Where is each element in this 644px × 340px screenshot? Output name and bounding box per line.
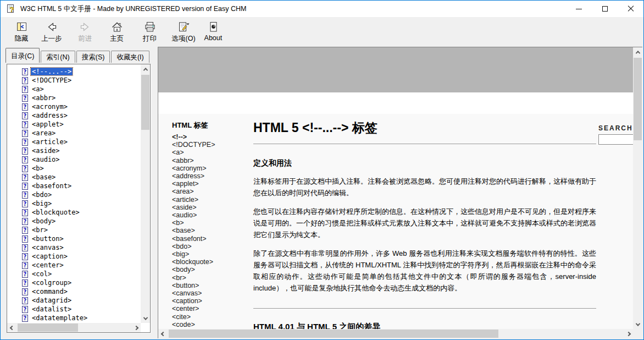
tag-link[interactable]: <!--> bbox=[172, 133, 249, 141]
tag-link[interactable]: <applet> bbox=[172, 180, 249, 188]
help-page-icon bbox=[22, 165, 28, 172]
tag-link[interactable]: <canvas> bbox=[172, 289, 249, 297]
tag-link[interactable]: <bdo> bbox=[172, 243, 249, 250]
chevron-down-icon bbox=[635, 321, 640, 326]
tree-item[interactable]: <canvas> bbox=[7, 243, 141, 252]
tree-item[interactable]: <br> bbox=[7, 226, 141, 234]
home-button[interactable]: 主页 bbox=[105, 19, 129, 45]
tag-link[interactable]: <a> bbox=[172, 149, 249, 156]
close-icon bbox=[628, 6, 634, 12]
panel-splitter[interactable] bbox=[153, 47, 158, 338]
tag-link[interactable]: <caption> bbox=[172, 297, 249, 305]
tree-item[interactable]: <basefont> bbox=[7, 182, 141, 190]
minimize-button[interactable] bbox=[566, 1, 592, 17]
tree-item[interactable]: <!DOCTYPE> bbox=[7, 76, 141, 85]
hide-button[interactable]: 隐藏 bbox=[9, 19, 34, 45]
tree-horizontal-scrollbar[interactable] bbox=[7, 323, 141, 332]
content-vertical-scrollbar[interactable] bbox=[633, 47, 642, 329]
tag-link[interactable]: <big> bbox=[172, 250, 249, 258]
tree-item[interactable]: <button> bbox=[7, 234, 141, 243]
home-button-label: 主页 bbox=[110, 34, 124, 43]
close-button[interactable] bbox=[618, 1, 643, 17]
tag-link[interactable]: <code> bbox=[172, 321, 249, 328]
content-nav-list: <!--><!DOCTYPE><a><abbr><acronym><addres… bbox=[172, 133, 249, 328]
tree-item[interactable]: <!--...--> bbox=[7, 67, 141, 76]
chevron-up-icon bbox=[635, 51, 640, 55]
tag-link[interactable]: <abbr> bbox=[172, 157, 249, 164]
tree-item[interactable]: <command> bbox=[7, 287, 141, 296]
scroll-thumb[interactable] bbox=[141, 75, 149, 130]
tab-index[interactable]: 索引(N) bbox=[41, 51, 75, 63]
scroll-right-button[interactable] bbox=[131, 323, 141, 332]
tree-item[interactable]: <bdo> bbox=[7, 190, 141, 199]
tag-link[interactable]: <base> bbox=[172, 227, 249, 234]
tree-item[interactable]: <b> bbox=[7, 164, 141, 173]
tag-link[interactable]: <aside> bbox=[172, 204, 249, 211]
chevron-down-icon bbox=[143, 315, 147, 320]
tree-item[interactable]: <col> bbox=[7, 270, 141, 278]
tab-favorites[interactable]: 收藏夹(I) bbox=[111, 51, 149, 63]
content-horizontal-scrollbar[interactable] bbox=[158, 329, 633, 338]
paragraph: 您也可以在注释内容存储针对程序所定制的信息。在这种情况下，这些信息对用户是不可见… bbox=[253, 206, 596, 240]
help-viewer-window: ? W3C HTML 5 中文手册 - Made by UNREGISTERED… bbox=[0, 0, 644, 340]
options-button[interactable]: 选项(O) bbox=[169, 19, 199, 45]
tree-vertical-scrollbar[interactable] bbox=[141, 64, 150, 323]
scroll-thumb[interactable] bbox=[18, 323, 78, 332]
tag-link[interactable]: <center> bbox=[172, 305, 249, 312]
tree-item[interactable]: <datalist> bbox=[7, 305, 141, 314]
tree-item[interactable]: <center> bbox=[7, 261, 141, 270]
tree-item[interactable]: <big> bbox=[7, 199, 141, 208]
tag-link[interactable]: <audio> bbox=[172, 211, 249, 219]
chevron-right-icon bbox=[134, 325, 138, 330]
tag-link[interactable]: <area> bbox=[172, 188, 249, 195]
forward-arrow-icon bbox=[79, 20, 92, 34]
scroll-right-button[interactable] bbox=[624, 329, 633, 338]
tag-link[interactable]: <body> bbox=[172, 266, 249, 273]
scroll-thumb[interactable] bbox=[634, 58, 642, 140]
help-page-icon bbox=[22, 183, 28, 190]
tag-link[interactable]: <button> bbox=[172, 282, 249, 289]
tag-link[interactable]: <article> bbox=[172, 196, 249, 204]
tree-item[interactable]: <datatemplate> bbox=[7, 314, 141, 322]
scroll-left-button[interactable] bbox=[158, 329, 168, 338]
back-button[interactable]: 上一步 bbox=[38, 19, 65, 45]
scroll-up-button[interactable] bbox=[141, 64, 150, 74]
scroll-down-button[interactable] bbox=[633, 320, 642, 329]
help-page-icon bbox=[22, 209, 28, 216]
search-input[interactable] bbox=[598, 134, 633, 145]
tag-link[interactable]: <basefont> bbox=[172, 235, 249, 243]
tree-item[interactable]: <aside> bbox=[7, 146, 141, 155]
tree-item[interactable]: <colgroup> bbox=[7, 278, 141, 287]
tab-contents[interactable]: 目录(C) bbox=[5, 48, 40, 63]
tree-item[interactable]: <article> bbox=[7, 138, 141, 146]
tag-link[interactable]: <br> bbox=[172, 274, 249, 282]
scroll-thumb[interactable] bbox=[169, 330, 498, 338]
about-button[interactable]: About bbox=[201, 19, 226, 43]
tag-link[interactable]: <acronym> bbox=[172, 164, 249, 172]
scroll-down-button[interactable] bbox=[141, 314, 150, 323]
tag-link[interactable]: <address> bbox=[172, 172, 249, 180]
maximize-button[interactable] bbox=[592, 1, 618, 17]
tree-item[interactable]: <address> bbox=[7, 111, 141, 120]
tab-search[interactable]: 搜索(S) bbox=[76, 51, 110, 63]
tag-link[interactable]: <!DOCTYPE> bbox=[172, 141, 249, 149]
print-button[interactable]: 打印 bbox=[138, 19, 162, 45]
scroll-left-button[interactable] bbox=[7, 323, 16, 332]
tree-item[interactable]: <caption> bbox=[7, 252, 141, 261]
tree-item[interactable]: <acronym> bbox=[7, 102, 141, 111]
tree-item[interactable]: <audio> bbox=[7, 155, 141, 164]
tree-item[interactable]: <body> bbox=[7, 217, 141, 226]
tree-item[interactable]: <abbr> bbox=[7, 94, 141, 102]
print-icon bbox=[143, 20, 157, 34]
tree-item[interactable]: <a> bbox=[7, 85, 141, 94]
tag-link[interactable]: <blockquote> bbox=[172, 258, 249, 266]
tag-link[interactable]: <b> bbox=[172, 219, 249, 227]
tree-item[interactable]: <base> bbox=[7, 173, 141, 182]
tree-item[interactable]: <blockquote> bbox=[7, 208, 141, 217]
tag-link[interactable]: <cite> bbox=[172, 313, 249, 321]
forward-button[interactable]: 前进 bbox=[73, 19, 97, 45]
tree-item[interactable]: <area> bbox=[7, 129, 141, 138]
tree-item[interactable]: <datagrid> bbox=[7, 296, 141, 305]
scroll-up-button[interactable] bbox=[633, 47, 642, 57]
tree-item[interactable]: <applet> bbox=[7, 120, 141, 129]
